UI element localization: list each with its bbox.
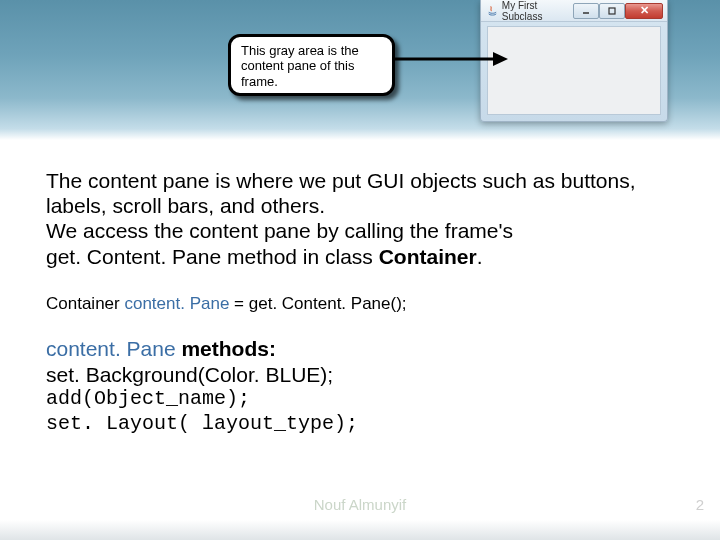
window-frame: My First Subclass ✕ [480,0,668,122]
svg-marker-1 [493,52,508,66]
window-title-left: My First Subclass [487,0,573,22]
maximize-button[interactable] [599,3,625,19]
callout-box: This gray area is the content pane of th… [228,34,395,96]
page-number: 2 [696,496,704,513]
window-title: My First Subclass [502,0,573,22]
body-line-2: labels, scroll bars, and others. [46,194,325,217]
close-icon: ✕ [640,4,649,17]
body-line-4b: Container [379,245,477,268]
methods-line-1: set. Background(Color. BLUE); [46,362,686,388]
body-line-4c: . [477,245,483,268]
svg-rect-3 [609,8,615,14]
code-declaration: Container content. Pane = get. Content. … [46,294,686,314]
arrow-icon [393,48,508,70]
methods-title: content. Pane methods: [46,336,686,362]
methods-line-2: add(Object_name); [46,387,686,411]
decl-b: content. Pane [124,294,234,313]
body-line-3: We access the content pane by calling th… [46,219,513,242]
minimize-button[interactable] [573,3,599,19]
decl-a: Container [46,294,120,313]
methods-block: content. Pane methods: set. Background(C… [46,336,686,436]
methods-title-b: methods: [181,337,276,360]
java-icon [487,5,498,17]
close-button[interactable]: ✕ [625,3,663,19]
methods-line-3: set. Layout( layout_type); [46,412,686,436]
methods-title-a: content. Pane [46,337,181,360]
window-titlebar: My First Subclass ✕ [481,0,667,22]
footer-watermark: Nouf Almunyif [0,496,720,513]
window-content-pane [487,26,661,115]
slide: This gray area is the content pane of th… [0,0,720,540]
decl-c: = get. Content. Pane(); [234,294,406,313]
window-buttons: ✕ [573,3,663,19]
body-line-1: The content pane is where we put GUI obj… [46,169,636,192]
body-line-4a: get. Content. Pane method in class [46,245,379,268]
minimize-icon [581,7,591,15]
callout-text: This gray area is the content pane of th… [241,43,359,89]
maximize-icon [607,7,617,15]
bottom-edge [0,520,720,540]
body-paragraph: The content pane is where we put GUI obj… [46,168,676,269]
